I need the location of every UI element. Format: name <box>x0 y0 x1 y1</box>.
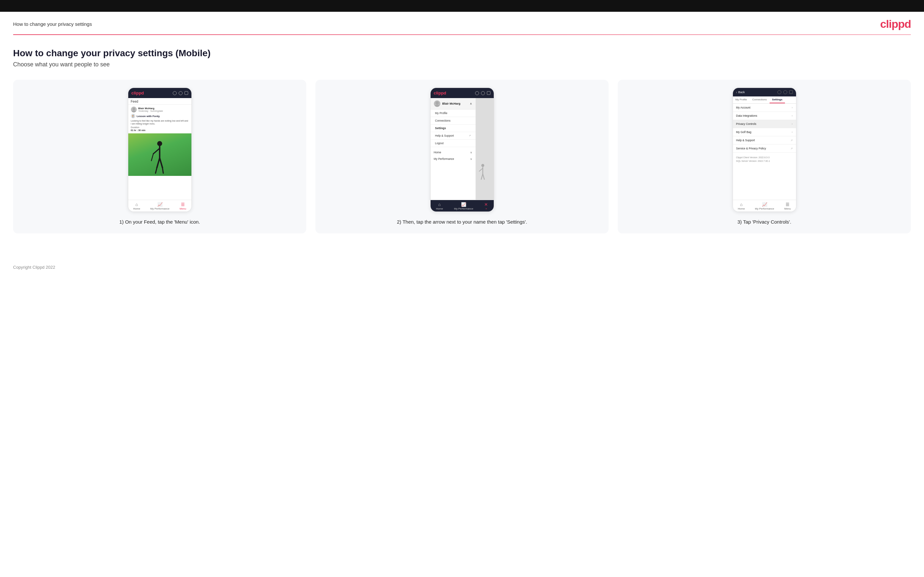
settings-tabs: My Profile Connections Settings <box>733 97 796 104</box>
chevron-right-privacy: › <box>792 122 793 126</box>
lesson-icon: 🏌 <box>131 114 136 118</box>
phone-2-content: Blair McHarg ∧ My Profile Connections <box>431 98 494 200</box>
tab-settings[interactable]: Settings <box>770 97 785 103</box>
svg-point-2 <box>157 141 162 146</box>
profile-icon-3 <box>783 90 787 94</box>
footer-home-label-3: Home <box>738 207 745 210</box>
footer-performance-label-3: My Performance <box>755 207 774 210</box>
menu-user-avatar <box>434 100 440 107</box>
menu-overlay-bg <box>476 98 493 200</box>
menu-username: Blair McHarg <box>443 102 461 105</box>
menu-user-row: Blair McHarg ∧ <box>431 98 476 110</box>
version-line-2: GQL Server Version: 2022.7.30-1 <box>736 160 793 163</box>
svg-point-12 <box>481 164 484 167</box>
phone-1-content: Feed Blair McHarg Yesterday · Sunningdal… <box>128 98 191 200</box>
steps-grid: clippd Feed <box>13 80 911 234</box>
feed-duration-value: 01 hr : 30 min <box>131 129 189 131</box>
feed-label: Feed <box>128 98 191 105</box>
chevron-right-data: › <box>792 114 793 118</box>
phone-1-footer: ⌂ Home 📈 My Performance ☰ Menu <box>128 200 191 211</box>
back-chevron-icon: ‹ <box>736 90 738 94</box>
settings-data-integrations[interactable]: Data Integrations › <box>733 112 796 120</box>
svg-line-8 <box>155 168 157 173</box>
search-icon <box>173 91 177 95</box>
settings-help-support[interactable]: Help & Support ↗ <box>733 136 796 145</box>
footer-performance-2: 📈 My Performance <box>454 202 473 210</box>
tab-my-profile[interactable]: My Profile <box>733 97 750 103</box>
svg-line-16 <box>483 174 485 180</box>
chevron-right-golf: › <box>792 131 793 134</box>
menu-help-support: Help & Support <box>431 132 476 140</box>
menu-my-profile: My Profile <box>431 110 476 117</box>
svg-line-5 <box>152 154 153 161</box>
version-line-1: Clippd Client Version: 2022.8.3-3 <box>736 156 793 160</box>
clippd-logo: clippd <box>880 18 911 31</box>
service-privacy-label: Service & Privacy Policy <box>736 147 766 150</box>
menu-logout: Logout <box>431 140 476 147</box>
svg-point-1 <box>132 111 136 113</box>
menu-connections-label: Connections <box>435 119 451 122</box>
footer-menu: ☰ Menu <box>179 202 186 210</box>
settings-my-account[interactable]: My Account › <box>733 104 796 112</box>
page-subheading: Choose what you want people to see <box>13 61 911 68</box>
svg-point-0 <box>132 108 135 110</box>
feed-user-row: Blair McHarg Yesterday · Sunningdale <box>131 106 189 113</box>
settings-service-privacy[interactable]: Service & Privacy Policy ↗ <box>733 145 796 153</box>
privacy-controls-label: Privacy Controls <box>736 122 756 126</box>
feed-username: Blair McHarg <box>138 107 163 110</box>
phone-1-logo: clippd <box>131 90 144 95</box>
settings-content: My Account › Data Integrations › Privacy… <box>733 104 796 200</box>
menu-settings-label: Settings <box>435 127 446 130</box>
chart-icon-2: 📈 <box>461 202 466 207</box>
feed-user-meta: Yesterday · Sunningdale <box>138 110 163 112</box>
step-2-description: 2) Then, tap the arrow next to your name… <box>397 218 527 226</box>
footer-menu-label-3: Menu <box>784 207 791 210</box>
home-icon: ⌂ <box>136 202 138 207</box>
settings-icon-3 <box>789 90 793 94</box>
settings-privacy-controls[interactable]: Privacy Controls › <box>733 120 796 128</box>
chevron-down-icon-home: ∨ <box>470 151 472 154</box>
footer-home-label-2: Home <box>436 207 443 210</box>
footer-home-label: Home <box>133 207 140 210</box>
step-3-card: ‹ Back My Profile Connections Settings <box>618 80 911 234</box>
feed-user-info: Blair McHarg Yesterday · Sunningdale <box>138 107 163 112</box>
top-bar <box>0 0 924 12</box>
golfer-silhouette <box>148 139 171 176</box>
step-2-phone: clippd <box>430 88 494 212</box>
page-footer: Copyright Clippd 2022 <box>0 259 924 275</box>
menu-home-nav: Home ∨ <box>431 149 476 156</box>
footer-home: ⌂ Home <box>133 202 140 210</box>
phone-2-logo: clippd <box>434 90 446 95</box>
close-icon: ✕ <box>484 202 488 207</box>
tab-connections[interactable]: Connections <box>750 97 769 103</box>
version-info: Clippd Client Version: 2022.8.3-3 GQL Se… <box>733 153 796 164</box>
menu-performance-nav: My Performance ∨ <box>431 156 476 162</box>
menu-performance-label: My Performance <box>434 157 454 161</box>
profile-icon <box>179 91 183 95</box>
footer-close-label: × <box>486 207 487 210</box>
help-support-label: Help & Support <box>736 139 755 142</box>
chevron-right-account: › <box>792 106 793 109</box>
svg-line-14 <box>479 168 483 172</box>
page-header: How to change your privacy settings clip… <box>0 12 924 34</box>
footer-home-2: ⌂ Home <box>436 202 443 210</box>
svg-line-15 <box>481 174 483 180</box>
menu-help-label: Help & Support <box>435 134 454 137</box>
my-golf-bag-label: My Golf Bag <box>736 131 751 134</box>
menu-my-profile-label: My Profile <box>435 111 447 115</box>
ext-icon-service: ↗ <box>790 147 793 150</box>
phone-3-footer: ⌂ Home 📈 My Performance ☰ Menu <box>733 200 796 211</box>
menu-nav-section: Home ∨ My Performance ∨ <box>431 149 476 162</box>
settings-my-golf-bag[interactable]: My Golf Bag › <box>733 128 796 136</box>
footer-performance-label: My Performance <box>150 207 170 210</box>
svg-line-7 <box>160 158 162 168</box>
chevron-up-icon: ∧ <box>470 102 472 105</box>
footer-performance: 📈 My Performance <box>150 202 170 210</box>
phone-2-icons <box>475 91 491 95</box>
step-3-phone: ‹ Back My Profile Connections Settings <box>733 88 796 212</box>
settings-icon <box>184 91 188 95</box>
svg-line-4 <box>153 148 160 154</box>
feed-lesson-row: 🏌 Lesson with Fordy <box>131 114 189 118</box>
footer-menu-label: Menu <box>179 207 186 210</box>
settings-icon-2 <box>487 91 491 95</box>
